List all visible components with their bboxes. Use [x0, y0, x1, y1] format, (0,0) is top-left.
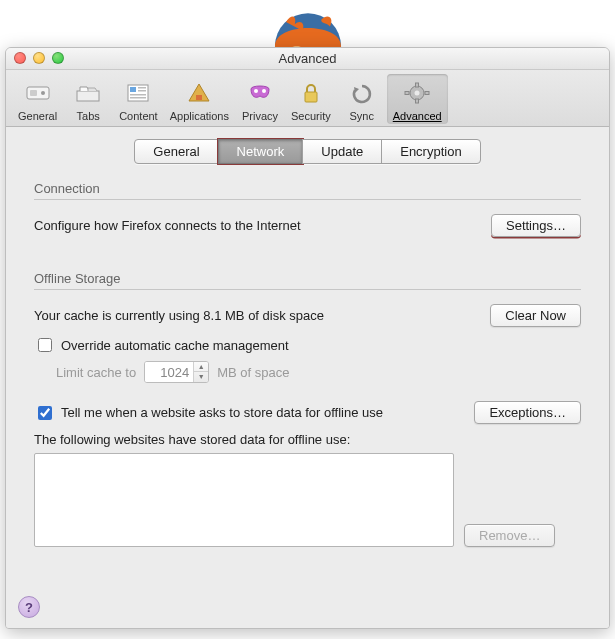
connection-settings-button[interactable]: Settings… [491, 214, 581, 237]
lock-icon [296, 78, 326, 108]
svg-rect-6 [130, 87, 136, 92]
clear-cache-button[interactable]: Clear Now [490, 304, 581, 327]
svg-rect-12 [196, 95, 202, 100]
offline-data-notify-checkbox[interactable] [38, 406, 52, 420]
svg-rect-2 [30, 90, 37, 96]
limit-prefix-label: Limit cache to [56, 365, 136, 380]
svg-rect-19 [416, 83, 419, 87]
toolbar-item-privacy[interactable]: Privacy [235, 74, 285, 124]
limit-cache-row: Limit cache to ▲ ▼ MB of space [56, 361, 581, 383]
toolbar-label: Advanced [393, 110, 442, 122]
toolbar-label: Content [119, 110, 158, 122]
minimize-window-button[interactable] [33, 52, 45, 64]
offline-data-notify-label[interactable]: Tell me when a website asks to store dat… [61, 405, 383, 420]
switch-icon [23, 78, 53, 108]
toolbar-label: Sync [350, 110, 374, 122]
toolbar-item-security[interactable]: Security [285, 74, 337, 124]
svg-point-18 [415, 91, 420, 96]
toolbar-label: Privacy [242, 110, 278, 122]
toolbar-item-advanced[interactable]: Advanced [387, 74, 448, 124]
subtab-general[interactable]: General [134, 139, 218, 164]
svg-rect-21 [405, 92, 409, 95]
svg-rect-9 [130, 94, 146, 96]
toolbar-item-applications[interactable]: Applications [164, 74, 235, 124]
toolbar-label: Applications [170, 110, 229, 122]
subtab-encryption[interactable]: Encryption [381, 139, 480, 164]
svg-rect-15 [305, 92, 317, 102]
sync-icon [347, 78, 377, 108]
override-cache-label[interactable]: Override automatic cache management [61, 338, 289, 353]
privacy-mask-icon [245, 78, 275, 108]
cache-usage-text: Your cache is currently using 8.1 MB of … [34, 308, 324, 323]
connection-section-header: Connection [34, 181, 581, 200]
offline-websites-list[interactable] [34, 453, 454, 547]
stepper-down-icon[interactable]: ▼ [194, 372, 208, 382]
preferences-toolbar: General Tabs Content Applications Privac… [6, 70, 609, 127]
remove-website-button[interactable]: Remove… [464, 524, 555, 547]
toolbar-item-content[interactable]: Content [113, 74, 164, 124]
svg-point-13 [254, 89, 258, 93]
svg-rect-7 [138, 87, 146, 89]
svg-rect-4 [77, 91, 99, 101]
toolbar-item-sync[interactable]: Sync [337, 74, 387, 124]
toolbar-label: Tabs [77, 110, 100, 122]
subtab-bar: General Network Update Encryption [14, 139, 601, 164]
cache-limit-stepper[interactable]: ▲ ▼ [193, 362, 208, 382]
svg-point-14 [262, 89, 266, 93]
toolbar-label: Security [291, 110, 331, 122]
svg-rect-22 [425, 92, 429, 95]
question-mark-icon: ? [25, 600, 33, 615]
limit-suffix-label: MB of space [217, 365, 289, 380]
toolbar-item-general[interactable]: General [12, 74, 63, 124]
svg-point-3 [41, 91, 45, 95]
applications-icon [184, 78, 214, 108]
cache-limit-input[interactable] [145, 362, 193, 382]
offline-section-header: Offline Storage [34, 271, 581, 290]
content-icon [123, 78, 153, 108]
toolbar-label: General [18, 110, 57, 122]
toolbar-item-tabs[interactable]: Tabs [63, 74, 113, 124]
content-area: General Network Update Encryption Connec… [6, 127, 609, 628]
subtab-update[interactable]: Update [302, 139, 382, 164]
gear-icon [402, 78, 432, 108]
zoom-window-button[interactable] [52, 52, 64, 64]
window-title: Advanced [279, 51, 337, 66]
help-button[interactable]: ? [18, 596, 40, 618]
svg-rect-10 [130, 97, 146, 99]
stored-websites-label: The following websites have stored data … [34, 432, 581, 447]
titlebar: Advanced [6, 48, 609, 70]
preferences-window: Advanced General Tabs Content Applicatio… [5, 47, 610, 629]
tabs-icon [73, 78, 103, 108]
stepper-up-icon[interactable]: ▲ [194, 362, 208, 372]
exceptions-button[interactable]: Exceptions… [474, 401, 581, 424]
connection-description: Configure how Firefox connects to the In… [34, 218, 301, 233]
override-cache-checkbox[interactable] [38, 338, 52, 352]
subtab-network[interactable]: Network [218, 139, 304, 164]
close-window-button[interactable] [14, 52, 26, 64]
svg-rect-20 [416, 99, 419, 103]
svg-rect-8 [138, 90, 146, 92]
network-panel: Connection Configure how Firefox connect… [14, 163, 601, 557]
